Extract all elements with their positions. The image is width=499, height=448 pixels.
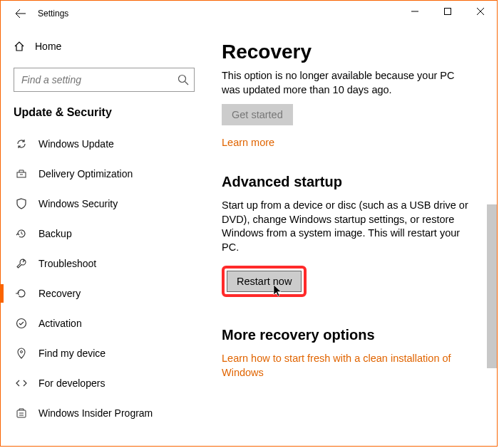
sidebar-item-activation[interactable]: Activation xyxy=(14,308,212,338)
sidebar-item-windows-insider[interactable]: Windows Insider Program xyxy=(14,398,212,428)
minimize-icon xyxy=(411,8,418,15)
get-started-button: Get started xyxy=(222,104,293,125)
sidebar-item-for-developers[interactable]: For developers xyxy=(14,368,212,398)
sidebar-item-backup[interactable]: Backup xyxy=(14,219,212,249)
search-input[interactable] xyxy=(14,68,195,92)
code-icon xyxy=(16,377,27,389)
svg-point-4 xyxy=(21,351,23,353)
restart-now-highlight: Restart now xyxy=(222,266,307,297)
settings-window: Settings Home xyxy=(0,0,498,447)
svg-rect-0 xyxy=(445,9,451,15)
sidebar-item-label: Windows Update xyxy=(38,138,114,150)
maximize-button[interactable] xyxy=(431,1,464,22)
wrench-icon xyxy=(16,258,27,269)
sidebar-item-label: Windows Insider Program xyxy=(38,407,153,419)
sidebar-item-label: Find my device xyxy=(38,348,106,359)
page-title: Recovery xyxy=(222,41,488,63)
advanced-startup-description: Start up from a device or disc (such as … xyxy=(222,199,475,254)
more-recovery-heading: More recovery options xyxy=(222,327,488,343)
check-circle-icon xyxy=(16,318,27,329)
sidebar-nav: Windows Update Delivery Optimization Win… xyxy=(14,129,212,428)
shield-icon xyxy=(16,198,27,209)
main-content: Recovery Windows 10 This option is no lo… xyxy=(212,26,497,446)
sidebar-item-label: Backup xyxy=(38,228,72,239)
home-button[interactable]: Home xyxy=(14,32,212,61)
sidebar-item-label: Troubleshoot xyxy=(38,258,96,269)
svg-point-3 xyxy=(17,319,26,328)
sidebar-item-windows-update[interactable]: Windows Update xyxy=(14,129,212,159)
restart-now-button[interactable]: Restart now xyxy=(227,271,302,292)
scrollbar-track[interactable] xyxy=(487,90,497,442)
sidebar-item-delivery-optimization[interactable]: Delivery Optimization xyxy=(14,159,212,189)
optimization-icon xyxy=(16,168,27,179)
minimize-button[interactable] xyxy=(398,1,431,22)
sidebar-item-label: Activation xyxy=(38,318,82,329)
start-fresh-link[interactable]: Learn how to start fresh with a clean in… xyxy=(222,352,475,380)
window-controls xyxy=(398,1,497,22)
sidebar-section-heading: Update & Security xyxy=(14,106,212,119)
sidebar-item-label: Windows Security xyxy=(38,198,118,209)
sidebar-item-find-my-device[interactable]: Find my device xyxy=(14,338,212,368)
sidebar-item-recovery[interactable]: Recovery xyxy=(14,278,212,308)
arrow-left-icon xyxy=(15,8,26,19)
backup-icon xyxy=(16,228,27,239)
search-wrap xyxy=(14,68,195,92)
svg-rect-5 xyxy=(17,410,26,417)
window-title: Settings xyxy=(38,9,68,19)
insider-icon xyxy=(16,407,27,419)
advanced-startup-heading: Advanced startup xyxy=(222,174,488,190)
home-label: Home xyxy=(35,41,61,52)
home-icon xyxy=(14,41,25,52)
scrollbar-thumb[interactable] xyxy=(487,204,497,368)
recovery-icon xyxy=(16,288,27,299)
location-icon xyxy=(16,348,27,359)
back-button[interactable] xyxy=(6,1,35,26)
close-button[interactable] xyxy=(464,1,497,22)
titlebar: Settings xyxy=(1,1,497,26)
sidebar-item-label: For developers xyxy=(38,377,105,389)
learn-more-link[interactable]: Learn more xyxy=(222,137,274,148)
sidebar-item-label: Recovery xyxy=(38,288,81,299)
sidebar: Home Update & Security Windows Update xyxy=(1,26,212,446)
sidebar-item-troubleshoot[interactable]: Troubleshoot xyxy=(14,249,212,278)
goback-description: This option is no longer available becau… xyxy=(222,69,475,97)
sidebar-item-label: Delivery Optimization xyxy=(38,168,133,179)
maximize-icon xyxy=(444,8,451,15)
sidebar-item-windows-security[interactable]: Windows Security xyxy=(14,189,212,219)
close-icon xyxy=(477,8,484,15)
sync-icon xyxy=(16,138,27,150)
